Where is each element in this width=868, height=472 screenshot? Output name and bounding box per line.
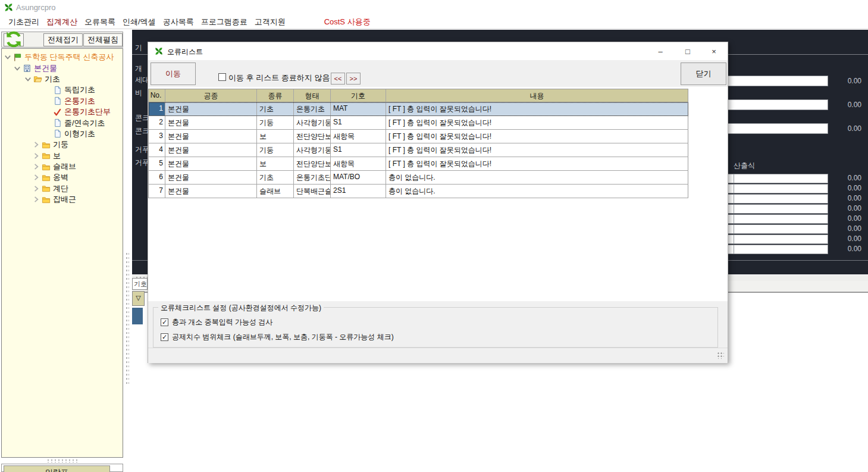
minimize-button[interactable]: –: [647, 42, 674, 60]
formula-amount-1: 0.00: [826, 174, 861, 182]
tree-bottom-grip[interactable]: [46, 459, 80, 462]
tree-node-8[interactable]: 이형기초: [2, 129, 123, 139]
settings-groupbox: 오류체크리스트 설정 (공사환경설정에서 수정가능) ✓층과 개소 중복입력 가…: [153, 307, 718, 348]
chevron-right-icon[interactable]: [33, 152, 40, 160]
formula-input-field-5[interactable]: [727, 214, 828, 224]
tree-node-13[interactable]: 계단: [2, 183, 123, 194]
background-input-field-1[interactable]: [727, 76, 828, 86]
table-cell: [ FT ] 층 입력이 잘못되었습니다!: [386, 116, 688, 129]
formula-field-divider: [734, 174, 734, 183]
table-row[interactable]: 3본건물보전단양단보새항목[ FT ] 층 입력이 잘못되었습니다!: [149, 130, 688, 143]
dialog-titlebar[interactable]: 오류리스트 – □ ×: [148, 42, 728, 60]
filter-dropdown-button[interactable]: ▽: [132, 291, 145, 306]
tree-node-11[interactable]: 슬래브: [2, 161, 123, 172]
menu-item-7[interactable]: 고객지원: [255, 17, 286, 27]
table-row[interactable]: 6본건물기초온통기초단부MAT/BO층이 없습니다.: [149, 171, 688, 185]
formula-section-label: 산출식: [734, 161, 755, 171]
table-cell: 기초: [257, 171, 294, 184]
close-window-icon[interactable]: ×: [700, 42, 728, 60]
maximize-button[interactable]: □: [674, 42, 701, 60]
column-header-2[interactable]: 공종: [165, 89, 257, 102]
table-row[interactable]: 7본건물슬래브단복배근슬라브2S1층이 없습니다.: [149, 185, 688, 198]
menu-item-8[interactable]: CostS 사용중: [324, 17, 371, 27]
formula-input-field-8[interactable]: [727, 245, 828, 254]
formula-input-field-4[interactable]: [727, 204, 828, 214]
expand-all-button[interactable]: 전체펼침: [83, 33, 123, 46]
background-input-field-2[interactable]: [727, 99, 828, 110]
background-amount-1: 0.00: [826, 77, 861, 85]
row-number-cell: 6: [149, 171, 165, 184]
tree-node-6[interactable]: 온통기초단부: [2, 107, 123, 117]
background-field-label-5: 콘크: [135, 113, 148, 123]
table-cell: 본건물: [165, 171, 257, 184]
chevron-down-icon[interactable]: [14, 65, 21, 72]
tree-node-1[interactable]: 두학동 단독주택 신축공사: [2, 52, 123, 62]
formula-input-field-1[interactable]: [727, 174, 828, 183]
chevron-right-icon[interactable]: [33, 141, 40, 148]
table-cell: 기둥: [257, 116, 294, 129]
formula-input-field-3[interactable]: [727, 194, 828, 204]
previous-error-button[interactable]: <<: [331, 73, 345, 85]
refresh-button[interactable]: [4, 33, 24, 46]
menu-item-2[interactable]: 집계계산: [46, 17, 77, 27]
table-cell: 본건물: [165, 116, 257, 129]
table-cell: 전단양단보: [294, 157, 331, 170]
column-header-3[interactable]: 종류: [257, 89, 294, 102]
summary-table-button[interactable]: 일람표: [4, 465, 110, 472]
formula-field-divider: [734, 235, 734, 243]
move-button[interactable]: 이동: [151, 62, 196, 85]
selected-grid-cell-fragment: [132, 308, 143, 324]
column-header-6[interactable]: 내용: [386, 89, 688, 102]
chevron-right-icon[interactable]: [33, 196, 40, 203]
tree-node-5[interactable]: 온통기초: [2, 96, 123, 107]
table-cell: [ FT ] 층 입력이 잘못되었습니다!: [386, 157, 688, 170]
dialog-bottom-strip: [148, 348, 728, 363]
application-window: Asungrcpro 기초관리집계계산오류목록인쇄/엑셀공사목록프로그램종료고객…: [0, 0, 868, 472]
tree-node-7[interactable]: 줄/연속기초: [2, 117, 123, 128]
chevron-right-icon[interactable]: [33, 163, 40, 170]
folder-icon: [42, 162, 51, 171]
next-error-button[interactable]: >>: [346, 73, 361, 85]
tree-node-9[interactable]: 기둥: [2, 139, 123, 150]
bottom-left-panel: 일람표: [1, 464, 123, 472]
table-row[interactable]: 4본건물기둥사각형기둥S1[ FT ] 층 입력이 잘못되었습니다!: [149, 143, 688, 157]
menu-item-5[interactable]: 공사목록: [163, 17, 194, 27]
background-input-field-3[interactable]: [727, 123, 828, 134]
tree-node-12[interactable]: 옹벽: [2, 172, 123, 183]
chevron-right-icon[interactable]: [33, 174, 40, 181]
column-header-1[interactable]: No.: [149, 89, 165, 102]
collapse-all-button[interactable]: 전체접기: [43, 33, 83, 46]
column-header-5[interactable]: 기호: [331, 89, 386, 102]
settings-checkbox-2[interactable]: ✓: [161, 333, 168, 341]
error-table: No.공종종류형태기호내용1본건물기초온통기초MAT[ FT ] 층 입력이 잘…: [148, 89, 688, 198]
tree-node-14[interactable]: 잡배근: [2, 194, 123, 205]
menu-item-3[interactable]: 오류목록: [84, 17, 115, 27]
folder-open-icon: [33, 74, 42, 83]
chevron-right-icon[interactable]: [33, 185, 40, 192]
row-number-cell: 4: [149, 143, 165, 157]
tree-node-10[interactable]: 보: [2, 151, 123, 161]
tree-node-4[interactable]: 독립기초: [2, 85, 123, 95]
settings-check-row-2: ✓공제치수 범위체크 (슬래브두께, 보폭, 보춤, 기둥폭 - 오류가능성 체…: [161, 332, 394, 342]
folder-icon: [42, 173, 51, 182]
menu-item-4[interactable]: 인쇄/엑셀: [123, 17, 156, 27]
table-row[interactable]: 5본건물보전단양단보새항목[ FT ] 층 입력이 잘못되었습니다!: [149, 157, 688, 171]
column-header-4[interactable]: 형태: [294, 89, 331, 102]
menu-item-1[interactable]: 기초관리: [8, 17, 39, 27]
chevron-down-icon[interactable]: [4, 54, 11, 61]
tree-node-2[interactable]: 본건물: [2, 62, 123, 73]
formula-input-field-6[interactable]: [727, 224, 828, 234]
formula-input-field-7[interactable]: [727, 235, 828, 244]
settings-checkbox-1[interactable]: ✓: [161, 318, 168, 326]
vertical-splitter-handle[interactable]: [126, 252, 129, 386]
chevron-down-icon[interactable]: [24, 76, 32, 83]
tree-node-3[interactable]: 기초: [2, 74, 123, 85]
close-dialog-button[interactable]: 닫기: [681, 62, 726, 85]
resize-grip[interactable]: [717, 352, 724, 359]
table-row[interactable]: 2본건물기둥사각형기둥S1[ FT ] 층 입력이 잘못되었습니다!: [149, 116, 688, 130]
table-row[interactable]: 1본건물기초온통기초MAT[ FT ] 층 입력이 잘못되었습니다!: [149, 102, 688, 116]
table-cell: MAT/BO: [331, 171, 386, 184]
menu-item-6[interactable]: 프로그램종료: [201, 17, 247, 27]
formula-input-field-2[interactable]: [727, 184, 828, 193]
stay-open-checkbox[interactable]: [218, 73, 226, 81]
